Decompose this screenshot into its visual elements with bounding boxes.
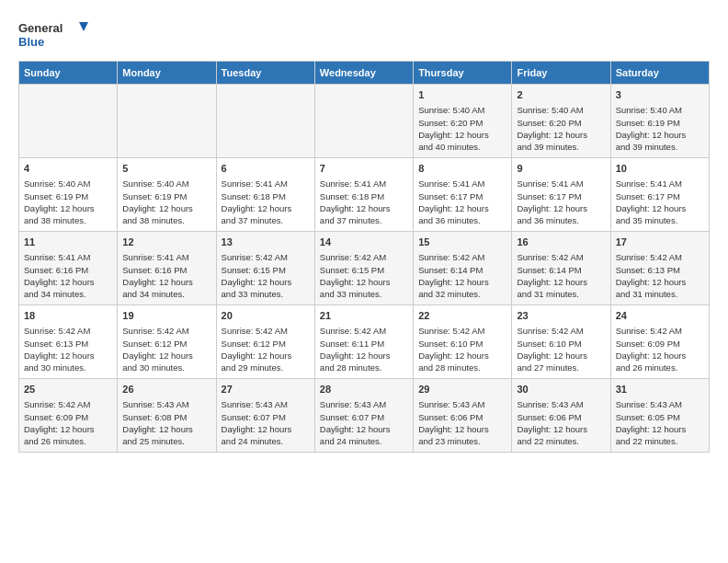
day-header-sunday: Sunday (19, 62, 118, 85)
day-number: 9 (517, 162, 605, 176)
logo: General Blue (18, 18, 92, 52)
calendar-cell: 27Sunrise: 5:43 AMSunset: 6:07 PMDayligh… (216, 379, 314, 453)
cell-content-line: Sunset: 6:15 PM (320, 265, 384, 275)
cell-content-line: Daylight: 12 hours (616, 350, 687, 361)
day-number: 13 (222, 236, 310, 249)
day-number: 28 (320, 383, 408, 396)
cell-content-line: and 29 minutes. (222, 362, 284, 373)
cell-content-line: Sunrise: 5:42 AM (320, 326, 386, 336)
cell-content-line: Sunrise: 5:41 AM (122, 252, 188, 262)
cell-content-line: Sunset: 6:14 PM (418, 265, 483, 275)
cell-content-line: Sunset: 6:19 PM (24, 191, 88, 201)
cell-content-line: Sunset: 6:08 PM (122, 412, 187, 422)
calendar-cell: 9Sunrise: 5:41 AMSunset: 6:17 PMDaylight… (512, 158, 610, 232)
cell-content-line: Sunset: 6:12 PM (122, 339, 187, 349)
cell-content-line: Daylight: 12 hours (320, 424, 391, 434)
cell-content-line: Sunrise: 5:41 AM (222, 178, 288, 189)
day-number: 20 (222, 309, 310, 323)
day-number: 1 (418, 88, 506, 102)
day-number: 17 (616, 236, 704, 249)
calendar-cell: 17Sunrise: 5:42 AMSunset: 6:13 PMDayligh… (610, 232, 709, 305)
cell-content-line: Sunrise: 5:42 AM (24, 399, 90, 409)
cell-content-line: Daylight: 12 hours (616, 277, 687, 287)
cell-content-line: Sunrise: 5:43 AM (418, 399, 484, 409)
day-number: 19 (122, 309, 210, 323)
cell-content-line: and 38 minutes. (122, 215, 185, 225)
day-header-wednesday: Wednesday (314, 62, 413, 85)
cell-content-line: Daylight: 12 hours (517, 130, 587, 140)
cell-content-line: Sunset: 6:19 PM (616, 118, 680, 128)
cell-content-line: Daylight: 12 hours (517, 350, 587, 361)
cell-content-line: and 39 minutes. (517, 142, 579, 152)
cell-content-line: Sunrise: 5:41 AM (616, 178, 682, 189)
cell-content-line: Daylight: 12 hours (320, 203, 391, 213)
cell-content-line: and 30 minutes. (122, 362, 185, 373)
calendar-cell: 19Sunrise: 5:42 AMSunset: 6:12 PMDayligh… (118, 305, 216, 379)
cell-content-line: Daylight: 12 hours (517, 424, 587, 434)
cell-content-line: and 23 minutes. (418, 436, 481, 446)
cell-content-line: Sunset: 6:12 PM (222, 339, 286, 349)
cell-content-line: Sunset: 6:16 PM (24, 265, 88, 275)
cell-content-line: Sunrise: 5:42 AM (222, 326, 288, 336)
cell-content-line: Sunrise: 5:42 AM (517, 252, 583, 262)
cell-content-line: Sunset: 6:07 PM (320, 412, 384, 422)
calendar-table: SundayMondayTuesdayWednesdayThursdayFrid… (18, 61, 710, 453)
cell-content-line: Sunset: 6:06 PM (418, 412, 483, 422)
day-number: 15 (418, 236, 506, 249)
cell-content-line: Sunset: 6:11 PM (320, 339, 384, 349)
cell-content-line: and 33 minutes. (320, 289, 382, 299)
cell-content-line: Sunrise: 5:42 AM (616, 326, 682, 336)
cell-content-line: Sunset: 6:17 PM (418, 191, 483, 201)
cell-content-line: Daylight: 12 hours (418, 350, 489, 361)
cell-content-line: Daylight: 12 hours (222, 350, 292, 361)
cell-content-line: Daylight: 12 hours (24, 350, 95, 361)
day-number: 2 (517, 88, 605, 102)
day-number: 21 (320, 309, 408, 323)
cell-content-line: and 33 minutes. (222, 289, 284, 299)
cell-content-line: Daylight: 12 hours (616, 424, 687, 434)
day-number: 12 (122, 236, 210, 249)
cell-content-line: and 31 minutes. (517, 289, 579, 299)
day-header-thursday: Thursday (414, 62, 512, 85)
cell-content-line: and 40 minutes. (418, 142, 481, 152)
cell-content-line: Sunrise: 5:40 AM (122, 178, 188, 189)
calendar-cell: 8Sunrise: 5:41 AMSunset: 6:17 PMDaylight… (414, 158, 512, 232)
cell-content-line: Sunrise: 5:40 AM (418, 105, 484, 115)
cell-content-line: Daylight: 12 hours (222, 424, 292, 434)
cell-content-line: Sunrise: 5:41 AM (24, 252, 90, 262)
day-number: 23 (517, 309, 605, 323)
day-number: 27 (222, 383, 310, 396)
cell-content-line: and 28 minutes. (320, 362, 382, 373)
svg-text:Blue: Blue (18, 35, 44, 49)
calendar-week-row: 11Sunrise: 5:41 AMSunset: 6:16 PMDayligh… (19, 232, 710, 305)
day-number: 30 (517, 383, 605, 396)
calendar-cell: 7Sunrise: 5:41 AMSunset: 6:18 PMDaylight… (314, 158, 413, 232)
cell-content-line: Sunset: 6:16 PM (122, 265, 187, 275)
calendar-week-row: 18Sunrise: 5:42 AMSunset: 6:13 PMDayligh… (19, 305, 710, 379)
calendar-cell: 28Sunrise: 5:43 AMSunset: 6:07 PMDayligh… (314, 379, 413, 453)
day-number: 25 (24, 383, 112, 396)
cell-content-line: Sunrise: 5:43 AM (122, 399, 188, 409)
cell-content-line: and 26 minutes. (616, 362, 678, 373)
calendar-cell: 30Sunrise: 5:43 AMSunset: 6:06 PMDayligh… (512, 379, 610, 453)
day-number: 22 (418, 309, 506, 323)
cell-content-line: Sunset: 6:17 PM (517, 191, 581, 201)
svg-marker-2 (79, 22, 88, 31)
calendar-cell: 14Sunrise: 5:42 AMSunset: 6:15 PMDayligh… (314, 232, 413, 305)
cell-content-line: Sunrise: 5:42 AM (222, 252, 288, 262)
calendar-cell: 16Sunrise: 5:42 AMSunset: 6:14 PMDayligh… (512, 232, 610, 305)
cell-content-line: Daylight: 12 hours (616, 130, 687, 140)
calendar-cell (314, 85, 413, 158)
generalblue-logo-icon: General Blue (18, 18, 92, 52)
cell-content-line: Sunrise: 5:42 AM (418, 326, 484, 336)
cell-content-line: and 25 minutes. (122, 436, 185, 446)
cell-content-line: Sunset: 6:05 PM (616, 412, 680, 422)
day-header-friday: Friday (512, 62, 610, 85)
cell-content-line: Daylight: 12 hours (122, 350, 193, 361)
day-number: 31 (616, 383, 704, 396)
cell-content-line: and 36 minutes. (418, 215, 481, 225)
calendar-cell: 23Sunrise: 5:42 AMSunset: 6:10 PMDayligh… (512, 305, 610, 379)
cell-content-line: Sunset: 6:15 PM (222, 265, 286, 275)
cell-content-line: Daylight: 12 hours (24, 424, 95, 434)
cell-content-line: and 38 minutes. (24, 215, 86, 225)
